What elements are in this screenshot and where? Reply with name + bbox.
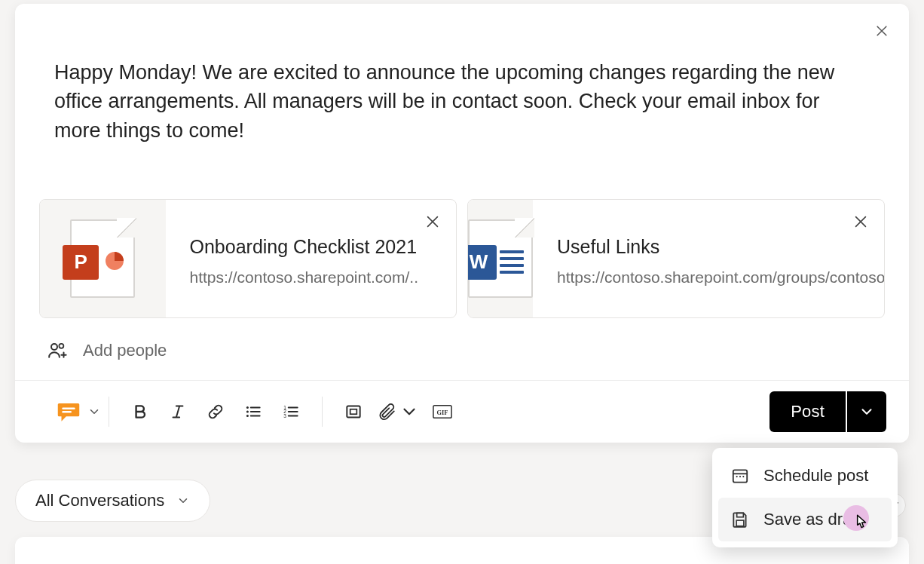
post-button[interactable]: Post	[769, 391, 846, 432]
remove-attachment-button[interactable]	[423, 212, 442, 231]
numbered-list-icon: 123	[281, 402, 301, 421]
post-options-menu: Schedule post Save as draft	[712, 448, 898, 547]
chevron-down-icon	[176, 494, 190, 507]
bulleted-list-button[interactable]	[236, 394, 271, 429]
schedule-post-label: Schedule post	[763, 466, 868, 486]
attachment-info: Useful Links https://contoso.sharepoint.…	[533, 200, 885, 317]
cursor-icon	[851, 513, 870, 532]
compose-card: Happy Monday! We are excited to announce…	[15, 4, 909, 443]
message-type-picker[interactable]	[32, 397, 109, 426]
bold-icon	[130, 402, 150, 421]
attachment-url: https://contoso.sharepoint.com/..	[190, 267, 419, 287]
chevron-down-icon	[87, 405, 101, 418]
paperclip-icon	[377, 402, 396, 421]
link-icon	[206, 402, 225, 421]
chevron-down-icon	[858, 403, 875, 420]
attachment-card[interactable]: W Useful Links https://contoso.sharepoin…	[467, 199, 885, 318]
svg-point-7	[246, 415, 249, 417]
bold-button[interactable]	[123, 394, 158, 429]
gif-icon: GIF	[433, 402, 452, 421]
remove-attachment-button[interactable]	[851, 212, 870, 231]
conversation-filter-label: All Conversations	[35, 491, 164, 510]
svg-text:3: 3	[283, 413, 286, 418]
compose-toolbar: 123 GIF Post	[15, 380, 909, 443]
svg-point-1	[51, 344, 57, 350]
numbered-list-button[interactable]: 123	[274, 394, 308, 429]
svg-point-16	[736, 476, 738, 477]
link-button[interactable]	[198, 394, 233, 429]
compose-text[interactable]: Happy Monday! We are excited to announce…	[15, 4, 909, 145]
close-compose-button[interactable]	[871, 20, 892, 41]
svg-rect-4	[62, 411, 72, 413]
svg-rect-3	[62, 407, 75, 409]
svg-point-5	[246, 406, 249, 409]
add-people-row[interactable]: Add people	[15, 318, 909, 380]
svg-text:GIF: GIF	[437, 409, 448, 416]
chevron-down-icon	[399, 402, 419, 421]
schedule-post-item[interactable]: Schedule post	[718, 454, 892, 498]
attachment-url: https://contoso.sharepoint.com/groups/co…	[557, 267, 885, 287]
discussion-icon	[54, 397, 83, 426]
bullet-list-icon	[243, 402, 263, 421]
svg-rect-20	[736, 520, 744, 526]
close-icon	[424, 213, 441, 230]
gif-button[interactable]: GIF	[425, 394, 460, 429]
calendar-icon	[730, 466, 750, 486]
attach-button[interactable]	[374, 394, 422, 429]
add-people-icon	[47, 339, 69, 362]
post-dropdown-toggle[interactable]	[847, 391, 886, 432]
attachment-thumbnail: W	[468, 200, 533, 317]
svg-rect-11	[347, 406, 360, 417]
italic-icon	[168, 402, 188, 421]
save-icon	[730, 510, 750, 529]
svg-point-18	[742, 476, 744, 477]
word-icon: W	[468, 219, 533, 298]
attachment-card[interactable]: P Onboarding Checklist 2021 https://cont…	[39, 199, 457, 318]
svg-rect-19	[737, 513, 744, 516]
attachment-title: Useful Links	[557, 234, 885, 259]
save-as-draft-item[interactable]: Save as draft	[718, 498, 892, 541]
svg-point-2	[59, 344, 63, 348]
media-icon	[344, 402, 363, 421]
svg-point-6	[246, 410, 249, 412]
conversation-filter[interactable]: All Conversations	[15, 480, 210, 522]
add-people-label: Add people	[83, 341, 167, 360]
video-button[interactable]	[336, 394, 371, 429]
svg-point-17	[739, 476, 741, 477]
close-icon	[852, 213, 869, 230]
svg-rect-12	[350, 409, 357, 415]
attachment-thumbnail: P	[40, 200, 166, 317]
attachments-row: P Onboarding Checklist 2021 https://cont…	[15, 145, 909, 318]
attachment-info: Onboarding Checklist 2021 https://contos…	[166, 200, 457, 317]
attachment-title: Onboarding Checklist 2021	[190, 234, 419, 259]
close-icon	[874, 23, 889, 38]
post-split-button: Post	[769, 391, 886, 432]
italic-button[interactable]	[161, 394, 195, 429]
powerpoint-icon: P	[70, 219, 135, 298]
